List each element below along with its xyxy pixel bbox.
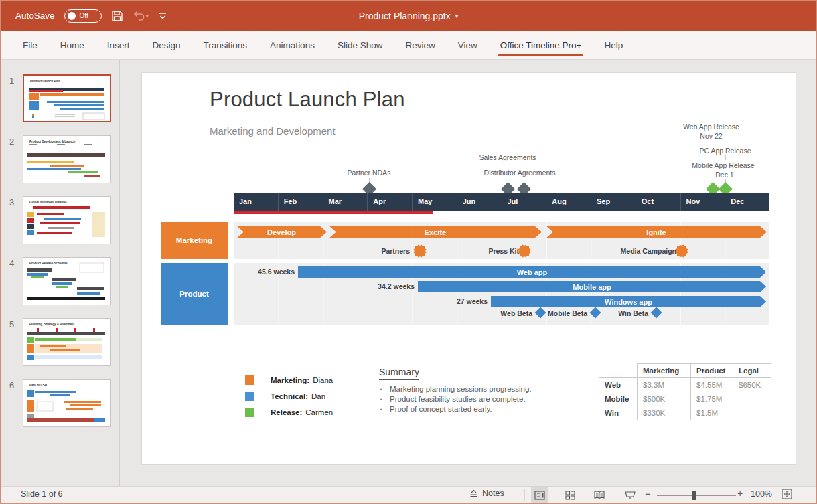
quick-access-dropdown-icon[interactable] [158, 12, 167, 20]
thumbnail-number: 2 [1, 135, 23, 183]
milestone-date-web-app-release: Nov 22 [700, 132, 722, 140]
budget-table[interactable]: Marketing Product Legal Web $3.3M $4.55M… [599, 363, 771, 420]
slide-sorter-view-button[interactable] [561, 487, 579, 503]
slide-thumbnail-4[interactable]: Product Release Schedule [23, 257, 111, 305]
table-row: Web $3.3M $4.55M $650K [599, 378, 771, 392]
zoom-in-button[interactable]: + [737, 488, 743, 499]
thumbnail-number: 3 [1, 196, 23, 244]
tab-office-timeline-pro[interactable]: Office Timeline Pro+ [489, 31, 593, 59]
legend-item-technical: Technical: Dan [245, 392, 333, 401]
burst-label-partners: Partners [363, 247, 410, 255]
legend[interactable]: Marketing: Diana Technical: Dan Release:… [245, 375, 333, 424]
phase-bar-excite[interactable]: Excite [329, 226, 542, 238]
table-cell: - [733, 392, 771, 406]
month-cell: Jul [502, 193, 546, 211]
save-icon[interactable] [111, 10, 123, 22]
progress-indicator-bar[interactable] [234, 211, 433, 214]
month-cell: Dec [725, 193, 769, 211]
milestone-date-mobile-app-release: Dec 1 [715, 171, 733, 179]
thumbnail-item-3: 3 Global Initiatives Timeline [1, 196, 119, 244]
divider [524, 489, 525, 501]
task-bar-windows-app[interactable]: Windows app [491, 296, 766, 307]
table-corner-cell [599, 364, 638, 378]
thumbnail-number: 1 [1, 74, 23, 122]
month-cell: Apr [367, 193, 412, 211]
summary-textbox[interactable]: Summary Marketing planning sessions prog… [379, 366, 580, 415]
notes-button[interactable]: Notes [469, 489, 504, 498]
zoom-slider-handle[interactable] [692, 491, 696, 500]
tab-insert[interactable]: Insert [96, 31, 141, 59]
table-cell: $330K [638, 406, 691, 420]
summary-bullet: Product feasibility studies are complete… [379, 395, 580, 403]
month-cell: Sep [591, 193, 636, 211]
slide-title[interactable]: Product Launch Plan [210, 88, 405, 112]
slide-canvas[interactable]: Product Launch Plan Marketing and Develo… [142, 73, 796, 464]
zoom-out-button[interactable]: − [645, 488, 651, 499]
slide-thumbnail-5[interactable]: Planning, Strategy & Roadmap [23, 318, 111, 366]
legend-swatch-orange [245, 375, 254, 385]
tab-review[interactable]: Review [394, 31, 446, 59]
tab-slide-show[interactable]: Slide Show [326, 31, 394, 59]
tab-view[interactable]: View [447, 31, 489, 59]
burst-marker-media-campaign[interactable] [677, 246, 686, 256]
month-cell: Jan [234, 193, 278, 211]
milestone-label-sales-agreements: Sales Agreements [479, 153, 536, 161]
slide-show-icon [625, 491, 636, 500]
beta-label-win: Win Beta [615, 309, 648, 317]
slide-indicator: Slide 1 of 6 [21, 489, 63, 499]
thumbnail-title: Global Initiatives Timeline [29, 201, 66, 204]
thumbnail-number: 4 [1, 257, 23, 305]
burst-marker-partners[interactable] [415, 246, 425, 256]
thumbnail-title: Path to CSH [29, 384, 47, 387]
autosave-toggle[interactable]: Off [64, 9, 102, 23]
thumbnail-title: Product Release Schedule [29, 262, 68, 265]
product-row-header[interactable]: Product [161, 263, 228, 325]
thumbnail-item-5: 5 Planning, Strategy & Roadmap [1, 318, 119, 366]
burst-marker-press-kit[interactable] [520, 246, 529, 256]
slide-thumbnail-2[interactable]: Product Development & Launch [23, 135, 111, 183]
milestone-label-distributor-agreements: Distributor Agreements [484, 169, 556, 177]
undo-dropdown-icon[interactable]: ▾ [146, 13, 149, 19]
table-cell: - [733, 406, 771, 420]
tab-file[interactable]: File [11, 31, 49, 59]
phase-bar-ignite[interactable]: Ignite [546, 226, 767, 238]
fit-to-window-button[interactable] [782, 489, 792, 501]
table-row-label-web: Web [599, 378, 638, 392]
normal-view-icon [534, 491, 545, 500]
leader-line [508, 163, 508, 167]
timeline-month-band[interactable]: Jan Feb Mar Apr May Jun Jul Aug Sep Oct … [234, 193, 769, 211]
slide-subtitle[interactable]: Marketing and Development [210, 125, 336, 137]
leader-line [713, 141, 713, 145]
tab-design[interactable]: Design [141, 31, 192, 59]
slide-sorter-icon [565, 491, 575, 500]
thumbnail-number: 5 [1, 318, 23, 366]
fit-to-window-icon [782, 489, 792, 499]
zoom-slider-track[interactable] [657, 495, 736, 496]
slide-thumbnail-6[interactable]: Path to CSH [23, 379, 111, 427]
task-bar-mobile-app[interactable]: Mobile app [418, 281, 766, 292]
burst-label-media-campaign: Media Campaign [611, 247, 676, 255]
workspace: 1 Product Launch Plan 2 [1, 60, 816, 486]
table-header-row: Marketing Product Legal [599, 364, 771, 378]
table-header-marketing: Marketing [638, 364, 691, 378]
slide-thumbnail-3[interactable]: Global Initiatives Timeline [23, 196, 111, 244]
marketing-row-header[interactable]: Marketing [161, 222, 228, 259]
reading-view-button[interactable] [591, 487, 608, 503]
slide-show-button[interactable] [621, 487, 639, 503]
task-bar-web-app[interactable]: Web app [298, 266, 766, 278]
tab-help[interactable]: Help [593, 31, 634, 59]
tab-home[interactable]: Home [49, 31, 96, 59]
phase-bar-develop[interactable]: Develop [236, 226, 327, 238]
zoom-level[interactable]: 100% [751, 489, 772, 499]
thumbnail-item-1: 1 Product Launch Plan [1, 74, 119, 122]
milestone-label-mobile-app-release: Mobile App Release [692, 161, 754, 169]
undo-button[interactable]: ▾ [133, 11, 149, 21]
tab-transitions[interactable]: Transitions [192, 31, 259, 59]
ribbon-tab-bar: File Home Insert Design Transitions Anim… [1, 31, 816, 60]
duration-label-mobile-app: 34.2 weeks [356, 282, 415, 290]
slide-thumbnail-1[interactable]: Product Launch Plan [23, 74, 111, 122]
summary-heading: Summary [379, 367, 419, 380]
document-title[interactable]: Product Planning.pptx ▾ [359, 1, 459, 31]
tab-animations[interactable]: Animations [258, 31, 326, 59]
normal-view-button[interactable] [531, 487, 548, 503]
